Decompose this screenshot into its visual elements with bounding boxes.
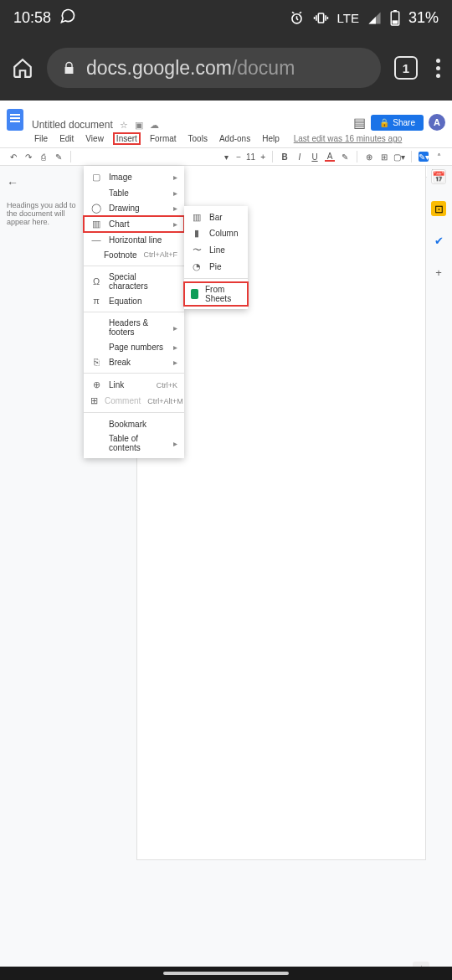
menu-insert[interactable]: Insert <box>113 132 141 145</box>
menu-edit[interactable]: Edit <box>57 133 76 144</box>
tabs-button[interactable]: 1 <box>394 56 418 80</box>
tasks-icon[interactable]: ✔ <box>431 233 446 248</box>
fontsize-dec[interactable]: − <box>236 152 241 162</box>
paint-icon[interactable]: ✎ <box>54 152 64 162</box>
menu-tools[interactable]: Tools <box>186 133 210 144</box>
clock: 10:58 <box>13 9 51 27</box>
alarm-icon <box>289 10 305 26</box>
chart-submenu: ▥Bar▮Column〜Line◔PieFrom Sheets <box>184 206 248 309</box>
editing-mode[interactable]: ✎▾ <box>419 152 429 162</box>
keep-icon[interactable]: ⊡ <box>431 201 446 216</box>
insert-headers-&-footers[interactable]: Headers & footers▸ <box>84 316 184 339</box>
fontsize-inc[interactable]: + <box>260 152 265 162</box>
docs-menubar: File Edit View Insert Format Tools Add-o… <box>0 131 452 147</box>
insert-equation[interactable]: πEquation <box>84 293 184 308</box>
insert-chart[interactable]: ▥Chart▸ <box>84 216 184 232</box>
insert-table[interactable]: Table▸ <box>84 185 184 200</box>
vibrate-icon <box>313 10 329 26</box>
menu-format[interactable]: Format <box>147 133 179 144</box>
redo-icon[interactable]: ↷ <box>23 152 33 162</box>
bold-icon[interactable]: B <box>280 152 290 162</box>
insert-bookmark[interactable]: Bookmark <box>84 416 184 431</box>
outline-back-icon[interactable]: ← <box>7 176 77 189</box>
docs-logo-icon[interactable] <box>7 109 23 131</box>
network-label: LTE <box>337 11 359 25</box>
sheets-icon <box>191 289 198 299</box>
textcolor-icon[interactable]: A <box>325 152 335 162</box>
url-host: docs.google.com <box>86 57 232 79</box>
insert-table-of-contents[interactable]: Table of contents▸ <box>84 431 184 455</box>
chart-from-sheets[interactable]: From Sheets <box>184 282 248 306</box>
signal-icon <box>367 11 382 25</box>
insert-horizontal-line[interactable]: —Horizontal line <box>84 232 184 247</box>
zoom-dropdown[interactable]: ▾ <box>221 152 231 162</box>
url-field[interactable]: docs.google.com/docum <box>47 48 381 88</box>
docs-header: Untitled document ☆ ▣ ☁ ▤ 🔒 Share A <box>0 101 452 131</box>
menu-file[interactable]: File <box>32 133 50 144</box>
insert-image[interactable]: ▢Image▸ <box>84 169 184 185</box>
svg-rect-4 <box>393 20 398 23</box>
android-navbar <box>0 967 452 980</box>
insert-special-characters[interactable]: ΩSpecial characters <box>84 270 184 293</box>
insert-menu: ▢Image▸Table▸◯Drawing▸▥Chart▸—Horizontal… <box>84 166 184 458</box>
underline-icon[interactable]: U <box>310 152 320 162</box>
outline-hint: Headings you add to the document will ap… <box>7 201 77 226</box>
comments-icon[interactable]: ▤ <box>353 115 366 131</box>
chart-line[interactable]: 〜Line <box>184 241 248 259</box>
whatsapp-icon <box>59 8 76 28</box>
lock-icon <box>62 61 76 75</box>
chart-pie[interactable]: ◔Pie <box>184 259 248 275</box>
android-statusbar: 10:58 LTE 31% <box>0 0 452 35</box>
svg-rect-1 <box>318 13 323 22</box>
chrome-menu-icon[interactable] <box>436 59 440 78</box>
home-icon[interactable] <box>12 57 33 79</box>
doc-title[interactable]: Untitled document <box>32 119 113 131</box>
undo-icon[interactable]: ↶ <box>8 152 18 162</box>
insert-break[interactable]: ⎘Break▸ <box>84 354 184 369</box>
insert-drawing[interactable]: ◯Drawing▸ <box>84 200 184 216</box>
star-icon[interactable]: ☆ <box>120 120 128 131</box>
menu-help[interactable]: Help <box>259 133 282 144</box>
insert-footnote[interactable]: FootnoteCtrl+Alt+F <box>84 247 184 262</box>
cloud-icon: ☁ <box>150 120 159 131</box>
workspace: ← Headings you add to the document will … <box>0 166 452 980</box>
svg-rect-3 <box>393 10 397 12</box>
addcomment-icon[interactable]: ⊞ <box>379 152 389 162</box>
url-path: /docum <box>232 57 295 79</box>
chart-column[interactable]: ▮Column <box>184 225 248 241</box>
chrome-urlbar: docs.google.com/docum 1 <box>0 35 452 101</box>
battery-percent: 31% <box>408 9 439 27</box>
share-button[interactable]: 🔒 Share <box>371 115 424 131</box>
battery-icon <box>390 10 400 26</box>
insert-link[interactable]: ⊕LinkCtrl+K <box>84 377 184 393</box>
menu-addons[interactable]: Add-ons <box>217 133 253 144</box>
link-icon[interactable]: ⊕ <box>364 152 374 162</box>
print-icon[interactable]: ⎙ <box>39 152 49 162</box>
italic-icon[interactable]: I <box>295 152 305 162</box>
avatar[interactable]: A <box>429 114 445 131</box>
collapse-toolbar-icon[interactable]: ˄ <box>434 152 444 162</box>
side-rail: 📅 ⊡ ✔ + <box>429 166 449 280</box>
insert-page-numbers[interactable]: Page numbers▸ <box>84 339 184 354</box>
menu-view[interactable]: View <box>83 133 106 144</box>
last-edit[interactable]: Last edit was 16 minutes ago <box>294 134 403 143</box>
add-addon-icon[interactable]: + <box>431 265 446 280</box>
highlight-icon[interactable]: ✎ <box>340 152 350 162</box>
outline-panel: ← Headings you add to the document will … <box>0 166 84 980</box>
calendar-icon[interactable]: 📅 <box>431 169 446 184</box>
image-icon[interactable]: ▢▾ <box>394 152 404 162</box>
chart-bar[interactable]: ▥Bar <box>184 209 248 225</box>
docs-toolbar: ↶ ↷ ⎙ ✎ ▾ − 11 + B I U A ✎ ⊕ ⊞ ▢▾ ✎▾ ˄ <box>0 147 452 166</box>
move-icon[interactable]: ▣ <box>135 120 143 131</box>
insert-comment[interactable]: ⊞CommentCtrl+Alt+M <box>84 393 184 409</box>
fontsize[interactable]: 11 <box>246 152 255 162</box>
lock-small-icon: 🔒 <box>379 118 389 127</box>
